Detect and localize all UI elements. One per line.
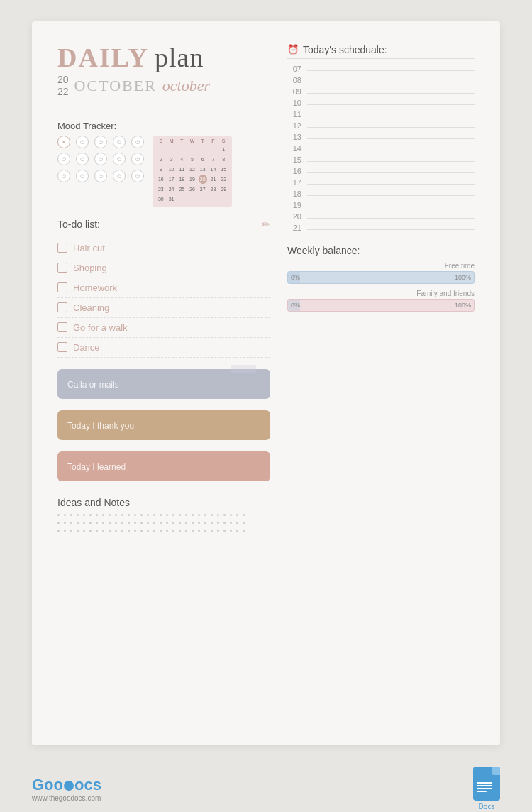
dot <box>153 514 155 516</box>
todo-checkbox[interactable] <box>57 322 67 332</box>
time-line <box>307 82 475 82</box>
balance-label-row: Free time <box>287 262 475 270</box>
time-slot: 11 <box>287 110 475 119</box>
todo-item[interactable]: Dance <box>57 338 270 358</box>
learned-note-box: Today I learned <box>57 451 270 481</box>
cal-day: 9 <box>157 165 165 174</box>
cal-day-today: 20 <box>199 175 207 184</box>
mood-face[interactable]: ☺ <box>76 136 89 148</box>
day-name: W <box>188 138 196 143</box>
mood-face[interactable]: ☺ <box>113 153 126 165</box>
bar-pct-right: 100% <box>455 302 471 309</box>
mood-face[interactable]: ☺ <box>131 153 144 165</box>
header: DAILY plan 20 22 OCTOBER october <box>57 44 270 98</box>
dot <box>102 522 104 524</box>
cal-day: 4 <box>177 155 186 164</box>
learned-note-text: Today I learned <box>67 462 126 472</box>
time-slot: 16 <box>287 167 475 175</box>
mood-face[interactable]: ☺ <box>94 153 107 165</box>
time-label: 10 <box>287 99 301 107</box>
day-name: S <box>219 138 228 143</box>
dot <box>185 514 187 516</box>
time-label: 12 <box>287 121 301 130</box>
cal-day: 28 <box>209 185 218 194</box>
time-label: 13 <box>287 133 301 141</box>
dot <box>160 514 162 516</box>
balance-item-label: Family and friends <box>416 290 475 297</box>
todo-item[interactable]: Homework <box>57 278 270 298</box>
dot <box>83 530 85 532</box>
dot <box>147 522 149 524</box>
cal-day <box>209 145 218 154</box>
todo-header: To-do list: ✏ <box>57 219 270 234</box>
dot <box>102 514 104 516</box>
calls-note-text: Calla or mails <box>67 380 119 390</box>
todo-label: To-do list: <box>57 219 100 230</box>
docs-lines <box>473 782 500 792</box>
time-line <box>307 93 475 94</box>
footer-url: www.thegoodocs.com <box>32 794 101 802</box>
mood-face[interactable]: ☺ <box>94 136 107 148</box>
todo-item[interactable]: Hair cut <box>57 238 270 258</box>
cal-day: 10 <box>167 165 176 174</box>
dot <box>70 514 72 516</box>
docs-line <box>477 788 492 789</box>
todo-checkbox[interactable] <box>57 282 67 292</box>
dot <box>217 514 219 516</box>
dot <box>217 530 219 532</box>
mood-face[interactable]: ☺ <box>131 170 144 182</box>
time-slot: 21 <box>287 224 475 232</box>
dot <box>115 522 117 524</box>
todo-checkbox[interactable] <box>57 263 67 273</box>
mood-face[interactable]: ✕ <box>57 136 70 148</box>
schedule-header: ⏰ Today's scheduale: <box>287 44 475 59</box>
docs-icon-wrapper: Docs <box>473 767 500 811</box>
bar-pct-right: 100% <box>455 274 471 281</box>
cal-day: 11 <box>177 165 186 174</box>
thank-you-note-box: Today I thank you <box>57 410 270 440</box>
month-italic: october <box>162 77 210 95</box>
mood-face[interactable]: ☺ <box>131 136 144 148</box>
mood-face[interactable]: ☺ <box>94 170 107 182</box>
dot <box>204 530 206 532</box>
time-label: 15 <box>287 155 301 164</box>
time-line <box>307 138 475 139</box>
logo-docs: ocs <box>74 776 101 794</box>
dot <box>57 514 60 516</box>
todo-text: Shoping <box>73 263 107 273</box>
cal-day: 21 <box>209 175 218 184</box>
mood-face[interactable]: ☺ <box>76 153 89 165</box>
todo-item[interactable]: Shoping <box>57 258 270 278</box>
todo-item[interactable]: Cleaning <box>57 298 270 318</box>
balance-bar-fill: 0% <box>288 272 300 283</box>
dot <box>211 530 213 532</box>
balance-bar-free-time: 0% 100% <box>287 271 475 284</box>
time-slot: 13 <box>287 133 475 141</box>
todo-section: To-do list: ✏ Hair cut Shoping Homework <box>57 219 270 358</box>
mood-row-2: ☺ ☺ ☺ ☺ ☺ <box>57 153 144 165</box>
mood-face[interactable]: ☺ <box>113 136 126 148</box>
time-line <box>307 161 475 162</box>
dot <box>96 530 98 532</box>
time-label: 20 <box>287 212 301 221</box>
balance-bar-fill: 0% <box>288 300 300 311</box>
day-name: M <box>167 138 176 143</box>
right-column: ⏰ Today's scheduale: 07 08 09 <box>287 44 475 537</box>
todo-item[interactable]: Go for a walk <box>57 318 270 338</box>
todo-checkbox[interactable] <box>57 342 67 352</box>
mood-face[interactable]: ☺ <box>57 170 70 182</box>
cal-day: 23 <box>157 185 165 194</box>
cal-day <box>177 145 186 154</box>
dot <box>223 530 226 532</box>
mood-face[interactable]: ☺ <box>76 170 89 182</box>
mood-face[interactable]: ☺ <box>57 153 70 165</box>
dot <box>185 522 187 524</box>
cal-day: 31 <box>167 194 176 204</box>
cal-day <box>188 145 196 154</box>
mood-face[interactable]: ☺ <box>113 170 126 182</box>
footer: Gooocs www.thegoodocs.com Docs <box>32 759 500 811</box>
dot <box>223 522 226 524</box>
todo-checkbox[interactable] <box>57 302 67 312</box>
todo-checkbox[interactable] <box>57 243 67 253</box>
time-line <box>307 195 475 196</box>
